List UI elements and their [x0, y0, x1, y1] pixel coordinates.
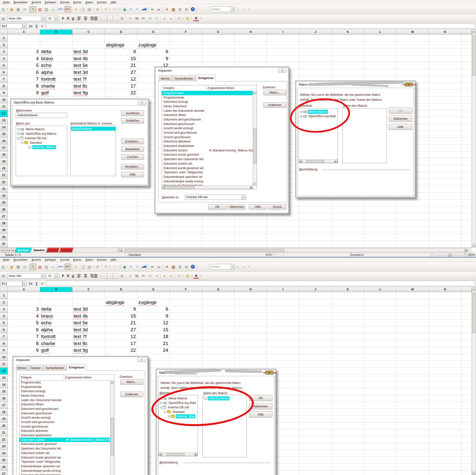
font-name-dropdown-icon[interactable]: ▾: [41, 274, 45, 278]
makro-button[interactable]: Makro...: [120, 379, 143, 385]
cell-K1[interactable]: [332, 35, 364, 42]
cell-partial-17[interactable]: [461, 144, 472, 151]
cell-H30[interactable]: [235, 234, 267, 241]
event-row-0[interactable]: Programmstart: [19, 380, 110, 385]
cell-D6[interactable]: 27: [105, 327, 137, 334]
cell-F28[interactable]: [170, 220, 202, 227]
zoom-button[interactable]: ⊙: [183, 264, 189, 270]
cell-N24[interactable]: [429, 193, 461, 200]
cell-N25[interactable]: [429, 199, 461, 206]
cell-J2[interactable]: [299, 42, 332, 49]
cell-N5[interactable]: [429, 320, 461, 327]
cell-partial-26[interactable]: [461, 206, 472, 213]
cell-N22[interactable]: [429, 179, 461, 186]
cell-M10[interactable]: [397, 354, 429, 361]
cell-N26[interactable]: [429, 206, 461, 213]
tab-symbolleisten[interactable]: Symbolleisten: [172, 75, 196, 81]
increase-indent-button[interactable]: »: [168, 273, 174, 279]
sheet-horizontal-scrollbar[interactable]: ◀▶: [119, 248, 468, 252]
font-size-dropdown-icon[interactable]: ▾: [54, 16, 58, 21]
font-size-dropdown-icon[interactable]: ▾: [54, 274, 58, 278]
cell-A4[interactable]: 4: [8, 313, 40, 320]
cell-D29[interactable]: [105, 227, 137, 234]
tab-symbolleisten[interactable]: Symbolleisten: [43, 365, 66, 371]
cell-C3[interactable]: text 3d: [73, 306, 105, 313]
cell-C5[interactable]: text 5e: [73, 320, 105, 327]
col-header-G[interactable]: G: [202, 287, 235, 292]
row-header-12[interactable]: 12: [0, 368, 8, 375]
increase-indent-button[interactable]: »: [168, 15, 174, 21]
cell-K3[interactable]: [332, 306, 364, 313]
row-header-14[interactable]: 14: [0, 381, 8, 388]
row-header-6[interactable]: 6: [0, 69, 8, 76]
cell-B3[interactable]: delta: [40, 48, 73, 55]
font-name-dropdown-icon[interactable]: ▾: [41, 16, 45, 21]
cell-N15[interactable]: [429, 131, 461, 138]
cell-partial-7[interactable]: [461, 333, 472, 340]
col-header-C[interactable]: C: [73, 29, 105, 35]
cell-N13[interactable]: [429, 117, 461, 124]
row-header-17[interactable]: 17: [0, 144, 8, 151]
cell-G3[interactable]: [202, 306, 235, 313]
cell-N22[interactable]: [429, 436, 461, 443]
col-header-H[interactable]: H: [235, 287, 267, 292]
cell-partial-20[interactable]: [461, 423, 472, 430]
redo-dropdown[interactable]: ▾: [118, 264, 120, 270]
decrease-indent-button[interactable]: «: [161, 15, 167, 21]
cell-partial-6[interactable]: [461, 69, 472, 76]
cell-partial-13[interactable]: [461, 374, 472, 381]
makro-aus-tree[interactable]: +Meine Makros+OpenOffice.org Makros−Inve…: [16, 126, 67, 176]
makro-name-list[interactable]: ArtikelSortieren: [202, 395, 247, 457]
cell-C6[interactable]: text 3d: [73, 69, 105, 76]
event-list[interactable]: EreignisZugewiesene AktionProgrammstartP…: [19, 374, 114, 475]
event-row-5[interactable]: Dokument öffnen: [19, 402, 110, 407]
new-document-dropdown[interactable]: ▾: [6, 6, 8, 12]
undo-dropdown[interactable]: ▾: [109, 264, 111, 270]
cell-partial-15[interactable]: [461, 131, 472, 138]
cell-D5[interactable]: 21: [105, 320, 137, 327]
row-header-10[interactable]: 10: [0, 97, 8, 104]
function-wizard-icon[interactable]: ƒx: [28, 23, 33, 29]
borders-dropdown[interactable]: ▾: [182, 273, 184, 279]
cell-D9[interactable]: 22: [105, 347, 137, 354]
row-header-26[interactable]: 26: [0, 206, 8, 213]
event-row-7[interactable]: Dokument geschlossen: [19, 411, 110, 416]
align-center-button[interactable]: [83, 16, 88, 21]
cell-M14[interactable]: [397, 381, 429, 388]
cell-H2[interactable]: [235, 42, 267, 49]
cell-J23[interactable]: [299, 443, 332, 450]
event-row-20[interactable]: Dokumentkopie wurde erzeug: [162, 179, 253, 184]
tree-item-meine-makros[interactable]: +Meine Makros: [159, 396, 198, 401]
col-header-I[interactable]: I: [267, 287, 299, 292]
select-all-corner[interactable]: [0, 29, 8, 35]
align-top-button[interactable]: ↑: [101, 273, 107, 279]
collapse-icon[interactable]: −: [21, 142, 23, 144]
scroll-thumb[interactable]: [164, 186, 195, 189]
cell-F29[interactable]: [170, 227, 202, 234]
cell-L26[interactable]: [364, 464, 397, 471]
cell-L15[interactable]: [364, 388, 397, 395]
scroll-thumb[interactable]: [253, 128, 256, 164]
cell-K4[interactable]: [332, 55, 364, 62]
cell-N18[interactable]: [429, 409, 461, 416]
cell-H3[interactable]: [235, 306, 267, 313]
cell-N9[interactable]: [429, 347, 461, 354]
row-header-22[interactable]: 22: [0, 179, 8, 186]
page-preview-button[interactable]: ▭: [50, 6, 56, 12]
cell-K14[interactable]: [332, 381, 364, 388]
event-row-6[interactable]: Dokument wird geschlossen: [19, 407, 110, 411]
menu-format[interactable]: Format: [58, 0, 71, 4]
cell-I10[interactable]: [267, 354, 299, 361]
close-icon[interactable]: ✕: [278, 68, 287, 73]
draw-functions-button[interactable]: ✒: [149, 264, 155, 270]
cell-C24[interactable]: [73, 193, 105, 200]
cell-K25[interactable]: [332, 199, 364, 206]
cell-J22[interactable]: [299, 436, 332, 443]
navigator-button[interactable]: ✦: [164, 264, 170, 270]
cell-L11[interactable]: [364, 361, 397, 368]
cell-J28[interactable]: [299, 220, 332, 227]
cell-M25[interactable]: [397, 199, 429, 206]
dialog-anpassen-top[interactable]: Anpassen✕MenüsSymbolleistenEreignisseEre…: [155, 67, 289, 214]
cell-B25[interactable]: [40, 199, 73, 206]
borders-button[interactable]: □: [176, 15, 182, 21]
